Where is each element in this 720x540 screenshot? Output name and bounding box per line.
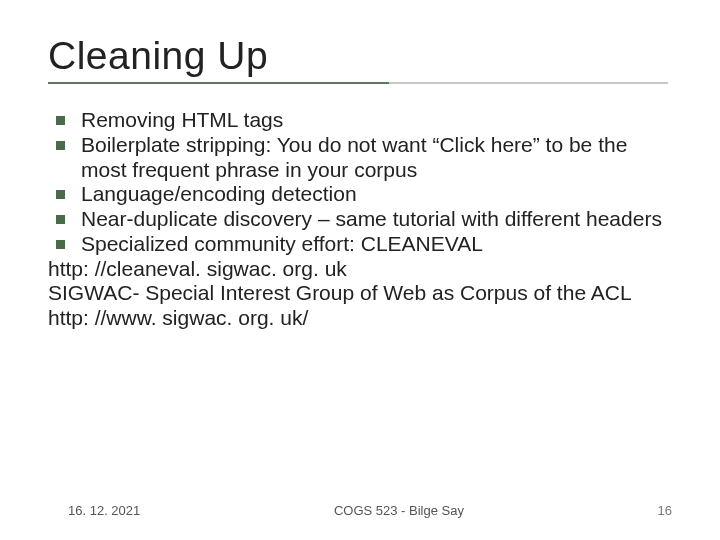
bullet-text: Removing HTML tags <box>81 108 672 133</box>
list-item: Language/encoding detection <box>56 182 672 207</box>
slide-body: Removing HTML tags Boilerplate stripping… <box>48 108 672 331</box>
footer-date: 16. 12. 2021 <box>68 503 140 518</box>
square-bullet-icon <box>56 190 65 199</box>
bullet-text: Language/encoding detection <box>81 182 672 207</box>
slide: Cleaning Up Removing HTML tags Boilerpla… <box>0 0 720 540</box>
footer-page-number: 16 <box>658 503 672 518</box>
square-bullet-icon <box>56 116 65 125</box>
footer-center: COGS 523 - Bilge Say <box>140 503 657 518</box>
list-item: Specialized community effort: CLEANEVAL <box>56 232 672 257</box>
body-line-url: http: //www. sigwac. org. uk/ <box>48 306 672 331</box>
body-line-url: http: //cleaneval. sigwac. org. uk <box>48 257 672 282</box>
bullet-text: Near-duplicate discovery – same tutorial… <box>81 207 672 232</box>
square-bullet-icon <box>56 141 65 150</box>
list-item: Removing HTML tags <box>56 108 672 133</box>
slide-title: Cleaning Up <box>48 34 672 78</box>
square-bullet-icon <box>56 240 65 249</box>
bullet-text: Boilerplate stripping: You do not want “… <box>81 133 672 183</box>
bullet-text: Specialized community effort: CLEANEVAL <box>81 232 672 257</box>
title-underline <box>48 82 668 84</box>
list-item: Near-duplicate discovery – same tutorial… <box>56 207 672 232</box>
slide-footer: 16. 12. 2021 COGS 523 - Bilge Say 16 <box>0 503 720 518</box>
square-bullet-icon <box>56 215 65 224</box>
body-line: SIGWAC- Special Interest Group of Web as… <box>48 281 672 306</box>
list-item: Boilerplate stripping: You do not want “… <box>56 133 672 183</box>
